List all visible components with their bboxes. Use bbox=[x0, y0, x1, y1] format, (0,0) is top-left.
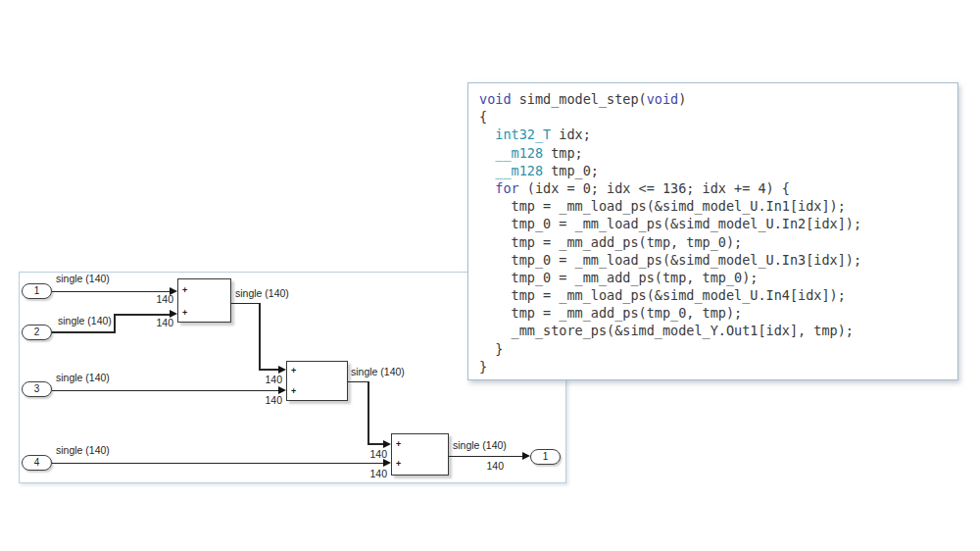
code-line: for (idx = 0; idx <= 136; idx += 4) { bbox=[479, 179, 952, 197]
code-line: __m128 tmp_0; bbox=[479, 162, 952, 179]
code-line: __m128 tmp; bbox=[479, 144, 952, 162]
code-content: void simd_model_step(void){ int32_T idx;… bbox=[468, 83, 957, 381]
code-line: tmp_0 = _mm_load_ps(&simd_model_U.In2[id… bbox=[479, 215, 952, 232]
inport-4[interactable]: 4 bbox=[22, 455, 52, 471]
code-line: tmp_0 = _mm_load_ps(&simd_model_U.In3[id… bbox=[479, 251, 952, 269]
width-label-sum1-in2: 140 bbox=[150, 318, 173, 328]
inport-2[interactable]: 2 bbox=[22, 325, 52, 340]
code-line: tmp = _mm_load_ps(&simd_model_U.In4[idx]… bbox=[479, 286, 952, 304]
wire-in3[interactable] bbox=[52, 390, 278, 392]
signal-label-sum3-out: single (140) bbox=[453, 440, 507, 451]
wire-in2-seg1[interactable] bbox=[52, 331, 115, 333]
figure-canvas: 1 single (140) 140 2 single (140) 140 + … bbox=[0, 0, 980, 551]
inport-2-label: 2 bbox=[34, 327, 40, 337]
signal-label-in3: single (140) bbox=[56, 373, 110, 383]
code-line: tmp = _mm_add_ps(tmp, tmp_0); bbox=[479, 233, 952, 251]
inport-3-label: 3 bbox=[34, 384, 40, 394]
sum1-plus-bottom: + bbox=[182, 309, 187, 318]
code-line: } bbox=[479, 358, 952, 376]
sum2-plus-bottom: + bbox=[291, 387, 296, 396]
width-label-sum3-in2: 140 bbox=[364, 469, 387, 479]
width-label-sum2-in1: 140 bbox=[259, 375, 282, 385]
wire-arrowhead-icon bbox=[383, 459, 391, 467]
inport-1[interactable]: 1 bbox=[22, 283, 52, 299]
width-label-out1: 140 bbox=[480, 461, 504, 472]
code-line: tmp = _mm_add_ps(tmp_0, tmp); bbox=[479, 304, 952, 322]
generated-code-panel: void simd_model_step(void){ int32_T idx;… bbox=[467, 82, 958, 380]
code-line: tmp = _mm_load_ps(&simd_model_U.In1[idx]… bbox=[479, 197, 952, 215]
code-line: { bbox=[479, 108, 952, 125]
sum1-plus-top: + bbox=[182, 286, 187, 295]
outport-1[interactable]: 1 bbox=[530, 449, 561, 465]
sum3-plus-top: + bbox=[396, 440, 401, 449]
wire-arrowhead-icon bbox=[278, 386, 286, 394]
sum2-plus-top: + bbox=[291, 367, 296, 376]
wire-in2-seg2[interactable] bbox=[114, 314, 116, 333]
code-line: int32_T idx; bbox=[479, 125, 952, 143]
code-line: _mm_store_ps(&simd_model_Y.Out1[idx], tm… bbox=[479, 322, 952, 339]
signal-label-sum1-out: single (140) bbox=[235, 288, 289, 299]
outport-1-label: 1 bbox=[543, 452, 549, 462]
wire-arrowhead-icon bbox=[383, 440, 391, 448]
signal-label-in4: single (140) bbox=[56, 445, 110, 456]
wire-in2-seg3[interactable] bbox=[114, 314, 170, 316]
width-label-sum1-in1: 140 bbox=[150, 294, 173, 305]
sum3-plus-bottom: + bbox=[396, 460, 401, 469]
wire-sum1-out-seg2[interactable] bbox=[259, 303, 261, 371]
inport-1-label: 1 bbox=[34, 286, 40, 296]
width-label-sum3-in1: 140 bbox=[364, 449, 387, 460]
wire-sum2-out-seg2[interactable] bbox=[368, 381, 369, 444]
wire-in1[interactable] bbox=[52, 291, 170, 293]
code-line: void simd_model_step(void) bbox=[479, 90, 952, 108]
inport-3[interactable]: 3 bbox=[22, 381, 52, 397]
code-line: } bbox=[479, 340, 952, 358]
signal-label-in1: single (140) bbox=[56, 274, 110, 284]
wire-out1[interactable] bbox=[449, 456, 523, 458]
signal-label-in2: single (140) bbox=[58, 316, 112, 326]
wire-sum1-out-seg3[interactable] bbox=[259, 369, 278, 371]
inport-4-label: 4 bbox=[34, 458, 40, 468]
wire-sum2-out-seg3[interactable] bbox=[368, 443, 383, 445]
wire-sum2-out-seg1[interactable] bbox=[348, 381, 368, 383]
signal-label-sum2-out: single (140) bbox=[351, 367, 405, 377]
wire-arrowhead-icon bbox=[278, 366, 286, 374]
wire-sum1-out-seg1[interactable] bbox=[231, 303, 260, 305]
wire-in4[interactable] bbox=[52, 463, 383, 465]
width-label-sum2-in2: 140 bbox=[259, 395, 282, 406]
wire-arrowhead-icon bbox=[522, 452, 530, 460]
code-line: tmp_0 = _mm_add_ps(tmp, tmp_0); bbox=[479, 269, 952, 286]
